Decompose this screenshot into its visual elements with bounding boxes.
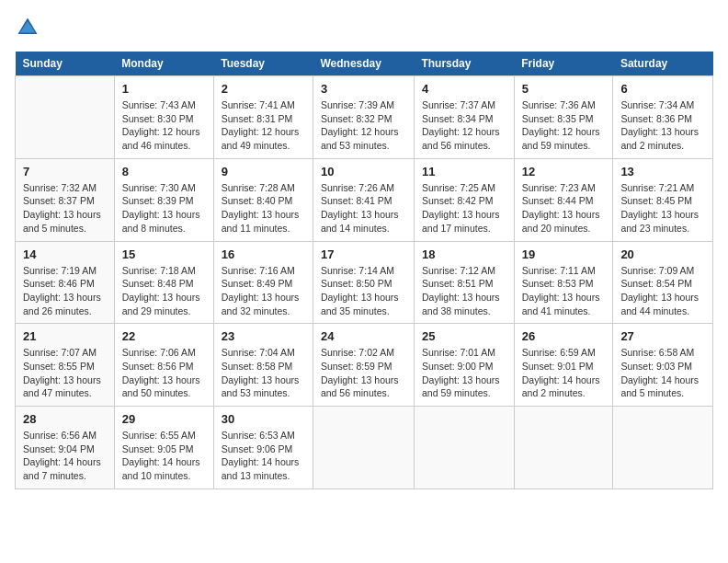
day-info: Sunrise: 7:12 AMSunset: 8:51 PMDaylight:… [422,264,506,318]
day-number: 26 [522,329,606,343]
day-info: Sunrise: 6:59 AMSunset: 9:01 PMDaylight:… [522,346,606,400]
calendar-cell [16,76,115,159]
day-info: Sunrise: 7:43 AMSunset: 8:30 PMDaylight:… [122,98,206,153]
day-number: 18 [422,247,506,261]
calendar-cell: 24Sunrise: 7:02 AMSunset: 8:59 PMDayligh… [313,324,414,407]
day-info: Sunrise: 7:11 AMSunset: 8:53 PMDaylight:… [522,264,606,318]
week-row-3: 14Sunrise: 7:19 AMSunset: 8:46 PMDayligh… [16,241,713,324]
day-number: 5 [522,82,606,96]
calendar-cell: 12Sunrise: 7:23 AMSunset: 8:44 PMDayligh… [514,158,613,241]
day-number: 25 [422,329,506,343]
day-number: 16 [222,247,305,261]
day-number: 20 [620,247,705,261]
header-day-thursday: Thursday [414,52,514,76]
calendar-cell: 14Sunrise: 7:19 AMSunset: 8:46 PMDayligh… [16,241,115,324]
day-number: 11 [422,165,506,178]
week-row-4: 21Sunrise: 7:07 AMSunset: 8:55 PMDayligh… [16,324,713,407]
day-info: Sunrise: 7:07 AMSunset: 8:55 PMDaylight:… [23,346,107,400]
day-number: 29 [122,412,206,426]
header-row: SundayMondayTuesdayWednesdayThursdayFrid… [16,52,713,76]
day-number: 1 [122,82,206,96]
day-number: 13 [620,165,705,178]
day-info: Sunrise: 7:02 AMSunset: 8:59 PMDaylight:… [321,346,406,400]
calendar-cell: 19Sunrise: 7:11 AMSunset: 8:53 PMDayligh… [514,241,613,324]
day-info: Sunrise: 7:16 AMSunset: 8:49 PMDaylight:… [222,264,305,318]
calendar-header: SundayMondayTuesdayWednesdayThursdayFrid… [16,52,713,76]
calendar-cell [313,407,414,489]
week-row-2: 7Sunrise: 7:32 AMSunset: 8:37 PMDaylight… [16,158,713,241]
day-info: Sunrise: 6:56 AMSunset: 9:04 PMDaylight:… [23,429,107,483]
day-info: Sunrise: 7:39 AMSunset: 8:32 PMDaylight:… [321,98,406,153]
day-number: 23 [222,329,305,343]
day-info: Sunrise: 7:14 AMSunset: 8:50 PMDaylight:… [321,264,406,318]
week-row-1: 1Sunrise: 7:43 AMSunset: 8:30 PMDaylight… [16,76,713,159]
day-number: 8 [122,165,206,178]
calendar-cell [514,407,613,489]
day-number: 9 [222,165,305,178]
day-number: 10 [321,165,406,178]
calendar-cell: 11Sunrise: 7:25 AMSunset: 8:42 PMDayligh… [414,158,514,241]
calendar-cell: 10Sunrise: 7:26 AMSunset: 8:41 PMDayligh… [313,158,414,241]
calendar-cell: 15Sunrise: 7:18 AMSunset: 8:48 PMDayligh… [114,241,213,324]
calendar-cell: 6Sunrise: 7:34 AMSunset: 8:36 PMDaylight… [613,76,713,159]
day-info: Sunrise: 7:26 AMSunset: 8:41 PMDaylight:… [321,181,406,236]
calendar-cell: 8Sunrise: 7:30 AMSunset: 8:39 PMDaylight… [114,158,213,241]
calendar-cell: 9Sunrise: 7:28 AMSunset: 8:40 PMDaylight… [213,158,313,241]
day-number: 21 [23,329,107,343]
calendar-cell: 18Sunrise: 7:12 AMSunset: 8:51 PMDayligh… [414,241,514,324]
header-day-friday: Friday [514,52,613,76]
day-number: 2 [222,82,305,96]
day-number: 14 [23,247,107,261]
calendar-cell: 5Sunrise: 7:36 AMSunset: 8:35 PMDaylight… [514,76,613,159]
header-day-tuesday: Tuesday [213,52,313,76]
day-info: Sunrise: 7:19 AMSunset: 8:46 PMDaylight:… [23,264,107,318]
calendar-cell: 30Sunrise: 6:53 AMSunset: 9:06 PMDayligh… [213,407,313,489]
calendar-cell [613,407,713,489]
day-number: 22 [122,329,206,343]
header-day-wednesday: Wednesday [313,52,414,76]
day-info: Sunrise: 7:28 AMSunset: 8:40 PMDaylight:… [222,181,305,236]
logo [15,15,44,40]
day-info: Sunrise: 7:34 AMSunset: 8:36 PMDaylight:… [620,98,705,153]
week-row-5: 28Sunrise: 6:56 AMSunset: 9:04 PMDayligh… [16,407,713,489]
calendar-cell: 28Sunrise: 6:56 AMSunset: 9:04 PMDayligh… [16,407,115,489]
day-number: 30 [222,412,305,426]
day-number: 3 [321,82,406,96]
day-info: Sunrise: 7:41 AMSunset: 8:31 PMDaylight:… [222,98,305,153]
day-info: Sunrise: 6:58 AMSunset: 9:03 PMDaylight:… [620,346,705,400]
calendar-cell: 26Sunrise: 6:59 AMSunset: 9:01 PMDayligh… [514,324,613,407]
day-info: Sunrise: 7:37 AMSunset: 8:34 PMDaylight:… [422,98,506,153]
day-info: Sunrise: 7:04 AMSunset: 8:58 PMDaylight:… [222,346,305,400]
calendar-table: SundayMondayTuesdayWednesdayThursdayFrid… [15,52,713,489]
day-number: 19 [522,247,606,261]
day-info: Sunrise: 7:18 AMSunset: 8:48 PMDaylight:… [122,264,206,318]
day-info: Sunrise: 6:53 AMSunset: 9:06 PMDaylight:… [222,429,305,483]
calendar-cell: 17Sunrise: 7:14 AMSunset: 8:50 PMDayligh… [313,241,414,324]
calendar-cell: 21Sunrise: 7:07 AMSunset: 8:55 PMDayligh… [16,324,115,407]
calendar-cell: 16Sunrise: 7:16 AMSunset: 8:49 PMDayligh… [213,241,313,324]
day-info: Sunrise: 7:01 AMSunset: 9:00 PMDaylight:… [422,346,506,400]
day-number: 17 [321,247,406,261]
day-number: 7 [23,165,107,178]
day-info: Sunrise: 7:36 AMSunset: 8:35 PMDaylight:… [522,98,606,153]
calendar-body: 1Sunrise: 7:43 AMSunset: 8:30 PMDaylight… [16,76,713,489]
day-number: 4 [422,82,506,96]
calendar-cell [414,407,514,489]
day-number: 12 [522,165,606,178]
calendar-cell: 22Sunrise: 7:06 AMSunset: 8:56 PMDayligh… [114,324,213,407]
day-info: Sunrise: 7:23 AMSunset: 8:44 PMDaylight:… [522,181,606,236]
page-header [15,15,713,40]
day-info: Sunrise: 7:09 AMSunset: 8:54 PMDaylight:… [620,264,705,318]
day-number: 15 [122,247,206,261]
calendar-cell: 13Sunrise: 7:21 AMSunset: 8:45 PMDayligh… [613,158,713,241]
day-info: Sunrise: 7:30 AMSunset: 8:39 PMDaylight:… [122,181,206,236]
calendar-cell: 1Sunrise: 7:43 AMSunset: 8:30 PMDaylight… [114,76,213,159]
day-info: Sunrise: 7:32 AMSunset: 8:37 PMDaylight:… [23,181,107,236]
calendar-cell: 4Sunrise: 7:37 AMSunset: 8:34 PMDaylight… [414,76,514,159]
day-info: Sunrise: 7:25 AMSunset: 8:42 PMDaylight:… [422,181,506,236]
calendar-cell: 3Sunrise: 7:39 AMSunset: 8:32 PMDaylight… [313,76,414,159]
calendar-cell: 27Sunrise: 6:58 AMSunset: 9:03 PMDayligh… [613,324,713,407]
calendar-cell: 7Sunrise: 7:32 AMSunset: 8:37 PMDaylight… [16,158,115,241]
day-number: 24 [321,329,406,343]
day-info: Sunrise: 6:55 AMSunset: 9:05 PMDaylight:… [122,429,206,483]
